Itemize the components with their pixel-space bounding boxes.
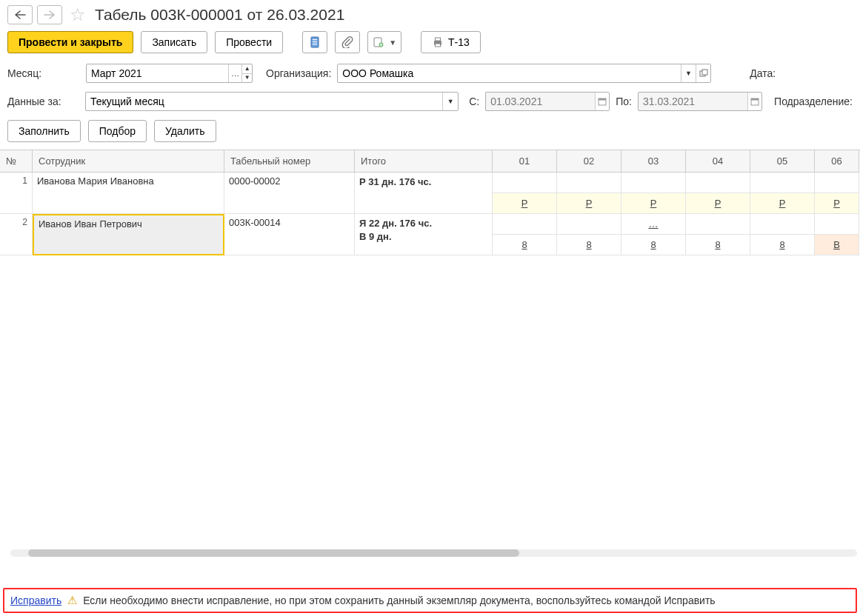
svg-rect-8 bbox=[436, 44, 441, 47]
day-bot-cell[interactable]: 8 bbox=[557, 235, 621, 255]
day-bot-cell[interactable]: Р bbox=[750, 193, 815, 214]
day-bot-cell[interactable]: Р bbox=[686, 193, 750, 214]
post-button[interactable]: Провести bbox=[215, 31, 283, 53]
svg-rect-2 bbox=[313, 41, 317, 42]
day-bot-cell[interactable]: В bbox=[815, 235, 859, 255]
correction-text: Если необходимо внести исправление, но п… bbox=[83, 595, 715, 606]
data-for-label: Данные за: bbox=[7, 96, 79, 107]
month-select-button[interactable]: … bbox=[228, 64, 242, 82]
day-bot-cell[interactable]: 8 bbox=[493, 235, 557, 255]
scrollbar-thumb[interactable] bbox=[28, 549, 519, 557]
day-top-cell[interactable] bbox=[557, 214, 621, 235]
from-label: С: bbox=[469, 96, 479, 107]
svg-rect-1 bbox=[313, 39, 317, 40]
month-label: Месяц: bbox=[7, 67, 80, 79]
day-bot-cell[interactable]: 8 bbox=[750, 235, 815, 255]
day-bot-cell[interactable]: 8 bbox=[686, 235, 750, 255]
total-cell: Р 31 дн. 176 чс. bbox=[355, 173, 493, 214]
col-header-day[interactable]: 04 bbox=[686, 150, 750, 173]
save-button[interactable]: Записать bbox=[141, 31, 207, 53]
day-top-cell[interactable] bbox=[815, 173, 859, 193]
employee-cell[interactable]: Иванова Мария Ивановна bbox=[33, 173, 224, 214]
col-header-day[interactable]: 01 bbox=[493, 150, 557, 173]
employee-cell[interactable]: Иванов Иван Петрович bbox=[33, 214, 224, 255]
col-header-employee[interactable]: Сотрудник bbox=[33, 150, 224, 173]
warning-icon: ⚠ bbox=[67, 594, 77, 607]
svg-rect-14 bbox=[751, 98, 759, 101]
nav-back-button[interactable] bbox=[7, 5, 33, 24]
svg-rect-7 bbox=[436, 38, 441, 41]
col-header-tab_num[interactable]: Табельный номер bbox=[224, 150, 355, 173]
day-top-cell[interactable]: … bbox=[621, 214, 686, 235]
svg-rect-12 bbox=[599, 98, 606, 101]
col-header-total[interactable]: Итого bbox=[355, 150, 493, 173]
org-dropdown-button[interactable]: ▼ bbox=[681, 64, 696, 82]
correction-notice: Исправить ⚠ Если необходимо внести испра… bbox=[3, 588, 857, 613]
pick-button[interactable]: Подбор bbox=[88, 120, 147, 142]
chevron-down-icon: ▼ bbox=[389, 38, 396, 47]
col-header-num[interactable]: № bbox=[0, 150, 33, 173]
calendar-from-icon[interactable] bbox=[595, 93, 609, 110]
month-spinner[interactable]: ▲▼ bbox=[241, 64, 252, 82]
day-top-cell[interactable] bbox=[750, 173, 815, 193]
tabnum-cell[interactable]: 0000-00002 bbox=[224, 173, 355, 214]
day-top-cell[interactable] bbox=[557, 173, 621, 193]
svg-rect-3 bbox=[313, 44, 317, 44]
day-top-cell[interactable] bbox=[493, 214, 557, 235]
date-to-input[interactable] bbox=[638, 92, 762, 111]
day-bot-cell[interactable]: Р bbox=[557, 193, 621, 214]
page-title: Табель 003К-000001 от 26.03.2021 bbox=[95, 6, 344, 24]
nav-forward-button[interactable] bbox=[37, 5, 62, 24]
fill-button[interactable]: Заполнить bbox=[7, 120, 81, 142]
print-t13-button[interactable]: Т-13 bbox=[421, 31, 481, 53]
extra-actions-button[interactable]: ▼ bbox=[367, 31, 401, 53]
org-input[interactable]: ▼ bbox=[337, 64, 711, 83]
post-and-close-button[interactable]: Провести и закрыть bbox=[7, 31, 133, 53]
row-number: 1 bbox=[0, 173, 33, 214]
day-bot-cell[interactable]: 8 bbox=[621, 235, 686, 255]
day-top-cell[interactable] bbox=[493, 173, 557, 193]
total-cell: Я 22 дн. 176 чс. В 9 дн. bbox=[355, 214, 493, 255]
col-header-day[interactable]: 06 bbox=[815, 150, 859, 173]
org-label: Организация: bbox=[266, 67, 331, 79]
calendar-to-icon[interactable] bbox=[747, 93, 761, 110]
data-for-dropdown-button[interactable]: ▼ bbox=[442, 93, 458, 110]
dept-label: Подразделение: bbox=[774, 96, 853, 107]
delete-button[interactable]: Удалить bbox=[154, 120, 216, 142]
date-label: Дата: bbox=[750, 67, 776, 79]
attachment-icon-button[interactable] bbox=[335, 31, 360, 53]
to-label: По: bbox=[616, 96, 632, 107]
col-header-day[interactable]: 03 bbox=[621, 150, 686, 173]
day-bot-cell[interactable]: Р bbox=[621, 193, 686, 214]
horizontal-scrollbar[interactable] bbox=[10, 549, 857, 557]
day-top-cell[interactable] bbox=[686, 214, 750, 235]
favorite-star-icon[interactable]: ☆ bbox=[70, 4, 86, 25]
day-top-cell[interactable] bbox=[686, 173, 750, 193]
document-icon-button[interactable] bbox=[302, 31, 327, 53]
month-input[interactable]: … ▲▼ bbox=[86, 64, 253, 83]
day-top-cell[interactable] bbox=[621, 173, 686, 193]
svg-rect-10 bbox=[702, 70, 707, 75]
org-open-button[interactable] bbox=[696, 64, 710, 82]
correct-link[interactable]: Исправить bbox=[10, 595, 61, 606]
day-bot-cell[interactable]: Р bbox=[815, 193, 859, 214]
day-bot-cell[interactable]: Р bbox=[493, 193, 557, 214]
day-top-cell[interactable] bbox=[815, 214, 859, 235]
col-header-day[interactable]: 02 bbox=[557, 150, 621, 173]
tabnum-cell[interactable]: 003К-00014 bbox=[224, 214, 355, 255]
data-for-input[interactable]: ▼ bbox=[85, 92, 459, 111]
row-number: 2 bbox=[0, 214, 33, 255]
day-top-cell[interactable] bbox=[750, 214, 815, 235]
col-header-day[interactable]: 05 bbox=[750, 150, 815, 173]
date-from-input[interactable] bbox=[485, 92, 610, 111]
